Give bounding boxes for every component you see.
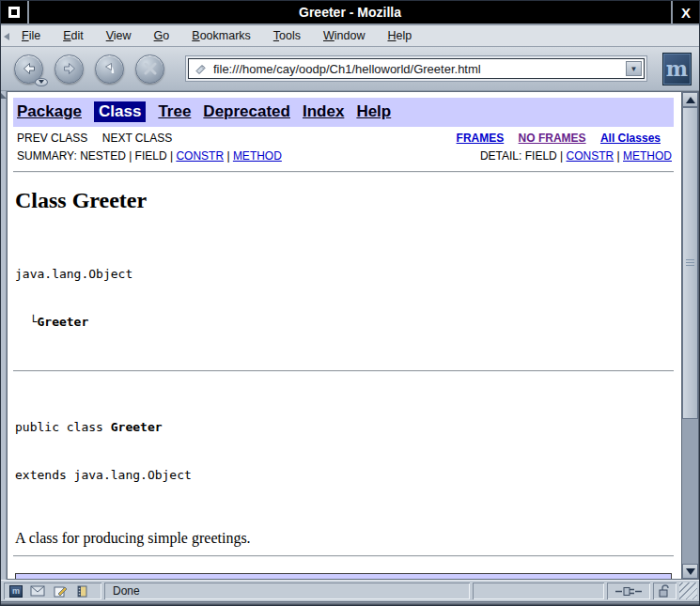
bookmark-tag-icon bbox=[194, 62, 208, 75]
detail-method-link[interactable]: METHOD bbox=[623, 149, 672, 163]
browser-window: Greeter - Mozilla X File Edit View Go Bo… bbox=[0, 0, 700, 606]
mail-icon[interactable] bbox=[30, 585, 45, 597]
page-title: Class Greeter bbox=[15, 188, 674, 213]
nav-help-link[interactable]: Help bbox=[356, 102, 391, 121]
thumb-grip-icon bbox=[686, 259, 694, 267]
nav-index-link[interactable]: Index bbox=[303, 102, 344, 121]
all-classes-link[interactable]: All Classes bbox=[600, 132, 661, 145]
vertical-scrollbar[interactable] bbox=[681, 91, 699, 580]
reload-button[interactable] bbox=[95, 54, 124, 84]
url-dropdown-button[interactable]: ▼ bbox=[626, 61, 642, 76]
divider bbox=[13, 370, 674, 372]
nav-package-link[interactable]: Package bbox=[17, 102, 82, 121]
window-menu-button[interactable] bbox=[1, 1, 29, 23]
back-button[interactable] bbox=[14, 54, 43, 84]
navigator-icon[interactable]: m bbox=[9, 585, 23, 598]
menu-bookmarks[interactable]: Bookmarks bbox=[192, 29, 251, 42]
reload-arrow-icon bbox=[102, 61, 117, 76]
address-book-icon[interactable] bbox=[75, 585, 88, 598]
component-bar: m bbox=[4, 583, 101, 599]
stop-x-icon bbox=[144, 62, 157, 75]
constructor-summary-table: Constructor Summary Greeter(java.lang.St… bbox=[15, 573, 672, 580]
menu-file[interactable]: File bbox=[22, 29, 40, 42]
status-bar: m Done bbox=[1, 580, 699, 601]
divider bbox=[13, 555, 674, 557]
scroll-up-button[interactable] bbox=[682, 92, 698, 107]
menu-bar: File Edit View Go Bookmarks Tools Window… bbox=[1, 25, 699, 47]
javadoc-subnav-row1: PREV CLASS NEXT CLASS FRAMES NO FRAMES A… bbox=[17, 132, 672, 145]
summary-constr-link[interactable]: CONSTR bbox=[176, 149, 224, 163]
no-frames-link[interactable]: NO FRAMES bbox=[519, 132, 586, 145]
mozilla-logo[interactable]: m bbox=[662, 53, 692, 85]
nav-class-current: Class bbox=[94, 101, 146, 122]
class-signature: public class Greeter extends java.lang.O… bbox=[15, 387, 674, 515]
composer-icon[interactable] bbox=[53, 585, 68, 598]
javadoc-navbar: Package Class Tree Deprecated Index Help bbox=[13, 98, 674, 127]
menu-edit[interactable]: Edit bbox=[63, 29, 84, 42]
security-panel[interactable] bbox=[653, 583, 677, 599]
divider bbox=[13, 171, 674, 173]
arrow-down-icon bbox=[686, 568, 695, 575]
scroll-down-button[interactable] bbox=[682, 564, 698, 579]
menu-window[interactable]: Window bbox=[323, 29, 365, 42]
sidebar-grippy-strip[interactable] bbox=[1, 91, 7, 580]
class-hierarchy: java.lang.Object └Greeter bbox=[15, 234, 674, 362]
window-resize-grip[interactable] bbox=[679, 583, 697, 599]
menu-help[interactable]: Help bbox=[387, 29, 412, 42]
frames-link[interactable]: FRAMES bbox=[457, 132, 505, 145]
url-text: file:///home/cay/oodp/Ch1/helloworld/Gre… bbox=[213, 62, 626, 76]
toolbar-grippy-icon[interactable] bbox=[4, 33, 9, 40]
javadoc-page: Package Class Tree Deprecated Index Help… bbox=[7, 91, 681, 580]
detail-constr-link[interactable]: CONSTR bbox=[567, 149, 614, 163]
urlbar-frame: file:///home/cay/oodp/Ch1/helloworld/Gre… bbox=[185, 55, 647, 82]
titlebar: Greeter - Mozilla X bbox=[1, 1, 699, 25]
url-input[interactable]: file:///home/cay/oodp/Ch1/helloworld/Gre… bbox=[188, 58, 645, 79]
window-title: Greeter - Mozilla bbox=[29, 1, 671, 23]
menu-view[interactable]: View bbox=[106, 29, 132, 42]
window-bottom-border bbox=[1, 601, 699, 605]
forward-arrow-icon bbox=[62, 61, 77, 76]
unlock-icon bbox=[659, 584, 671, 598]
scrollbar-track[interactable] bbox=[682, 419, 698, 564]
stop-button[interactable] bbox=[135, 54, 164, 84]
status-spacer bbox=[473, 583, 604, 599]
detail-label: DETAIL: FIELD | bbox=[480, 149, 563, 163]
menu-go[interactable]: Go bbox=[154, 29, 170, 42]
class-description: A class for producing simple greetings. bbox=[15, 530, 674, 547]
status-text: Done bbox=[104, 583, 470, 599]
menu-tools[interactable]: Tools bbox=[273, 29, 301, 42]
navigation-toolbar: file:///home/cay/oodp/Ch1/helloworld/Gre… bbox=[1, 47, 699, 91]
summary-label: SUMMARY: NESTED | FIELD | bbox=[17, 149, 173, 163]
sidebar-grippy-icon bbox=[1, 93, 7, 99]
online-status-panel[interactable] bbox=[607, 583, 650, 599]
javadoc-subnav-row2: SUMMARY: NESTED | FIELD | CONSTR | METHO… bbox=[17, 149, 672, 163]
summary-method-link[interactable]: METHOD bbox=[233, 149, 282, 163]
prev-class-label: PREV CLASS bbox=[17, 132, 87, 145]
back-arrow-icon bbox=[22, 61, 37, 76]
nav-tree-link[interactable]: Tree bbox=[158, 102, 191, 121]
plug-icon bbox=[615, 586, 642, 597]
next-class-label: NEXT CLASS bbox=[102, 132, 172, 145]
forward-button[interactable] bbox=[54, 54, 84, 84]
content-area: Package Class Tree Deprecated Index Help… bbox=[1, 91, 699, 580]
arrow-up-icon bbox=[686, 97, 695, 103]
chevron-down-icon bbox=[39, 80, 44, 84]
nav-deprecated-link[interactable]: Deprecated bbox=[203, 102, 290, 121]
window-menu-icon bbox=[8, 7, 20, 18]
scrollbar-thumb[interactable] bbox=[682, 107, 698, 419]
window-close-button[interactable]: X bbox=[671, 1, 699, 23]
back-history-dropdown[interactable] bbox=[35, 78, 48, 86]
